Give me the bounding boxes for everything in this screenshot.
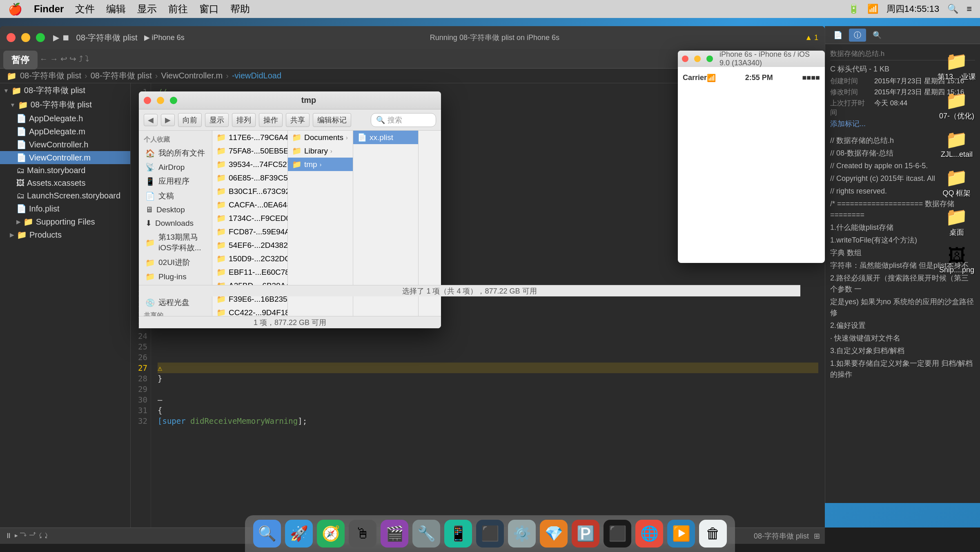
sidebar-item-assets[interactable]: 🖼 Assets.xcassets — [0, 177, 130, 189]
dock-sketch[interactable]: 💎 — [540, 520, 568, 548]
app-menu-finder[interactable]: Finder — [34, 3, 64, 15]
finder-file-6[interactable]: 📁CACFA-...0EA648F35› — [212, 198, 287, 211]
sidebar-item-main-storyboard[interactable]: 🗂 Main.storyboard — [0, 164, 130, 177]
finder-nav-plugins[interactable]: 📁Plug-ins — [140, 270, 210, 283]
menu-view[interactable]: 显示 — [137, 2, 157, 16]
dock-trash[interactable]: 🗑 — [699, 520, 727, 548]
finder-library[interactable]: 📁Library› — [288, 144, 353, 158]
desktop-folder-4[interactable]: 📁 QQ 框架 — [942, 167, 971, 198]
dock-iphone[interactable]: 📱 — [444, 520, 472, 548]
apple-menu-icon[interactable]: 🍎 — [8, 2, 22, 16]
finder-file-10[interactable]: 📁150D9-...2C32DC1C› — [212, 252, 287, 265]
dock-terminal-1[interactable]: ⬛ — [476, 520, 504, 548]
menu-help[interactable]: 帮助 — [230, 2, 250, 16]
sidebar-item-supporting[interactable]: ▶ 📁 Supporting Files — [0, 215, 130, 228]
dock-media[interactable]: 🎬 — [381, 520, 408, 548]
search-icon[interactable]: 🔍 — [947, 4, 958, 14]
maximize-button[interactable] — [36, 33, 45, 42]
minimize-button[interactable] — [21, 33, 30, 42]
sidebar-item-infoplist[interactable]: 📄 Info.plist — [0, 202, 130, 215]
breadcrumb-part2[interactable]: 08-字符串做 plist — [91, 70, 152, 81]
sim-maximize[interactable] — [706, 56, 713, 62]
layout-toggle[interactable]: ⊞ — [814, 532, 820, 541]
menu-window[interactable]: 窗口 — [199, 2, 219, 16]
notification-icon[interactable]: ≡ — [967, 4, 972, 14]
desktop-file-snip[interactable]: 🖼 Snip....png — [939, 245, 974, 274]
finder-nav-all-files[interactable]: 🏠我的所有文件 — [140, 146, 210, 160]
dock-more[interactable]: ▶️ — [667, 520, 695, 548]
sidebar-item-project[interactable]: ▼ 📁 08-字符串做 plist — [0, 83, 130, 98]
finder-xxplist[interactable]: 📄xx.plist — [353, 131, 418, 144]
toolbar-tag-btn[interactable]: 编辑标记 — [313, 113, 351, 127]
dock-finder[interactable]: 🔍 — [253, 520, 281, 548]
dock-terminal-2[interactable]: ⬛ — [604, 520, 631, 548]
finder-minimize-button[interactable] — [157, 97, 164, 104]
finder-nav-airdrop[interactable]: 📡AirDrop — [140, 160, 210, 174]
finder-file-8[interactable]: 📁FCD87-...59E94AE1B› — [212, 225, 287, 238]
menu-edit[interactable]: 编辑 — [106, 2, 126, 16]
dock-browser[interactable]: 🌐 — [635, 520, 663, 548]
finder-tmp[interactable]: 📁tmp› — [288, 158, 353, 171]
menu-go[interactable]: 前往 — [168, 2, 188, 16]
dock-launchpad[interactable]: 🚀 — [285, 520, 313, 548]
finder-file-9[interactable]: 📁54EF6-...2D4382536› — [212, 238, 287, 252]
finder-documents[interactable]: 📁Documents› — [288, 131, 353, 144]
tab-file-inspector[interactable]: 📄 — [829, 29, 847, 41]
finder-nav-docs[interactable]: 📄文稿 — [140, 189, 210, 203]
search-icon: 🔍 — [376, 116, 385, 125]
finder-file-2[interactable]: 📁75FA8-...50EB5E6BA› — [212, 144, 287, 158]
xcode-run-stop[interactable]: ▶ ⏹ — [53, 33, 70, 42]
menu-file[interactable]: 文件 — [75, 2, 95, 16]
finder-nav-desktop[interactable]: 🖥Desktop — [140, 203, 210, 216]
sidebar-item-products[interactable]: ▶ 📁 Products — [0, 228, 130, 241]
finder-nav-remote[interactable]: 💿远程光盘 — [140, 295, 210, 310]
sidebar-item-launch[interactable]: 🗂 LaunchScreen.storyboard — [0, 189, 130, 202]
close-button[interactable] — [7, 33, 16, 42]
forward-button[interactable]: ▶ — [161, 114, 175, 126]
breadcrumb-part3[interactable]: ViewController.m — [161, 71, 223, 80]
finder-file-7[interactable]: 📁1734C-...F9CED0D5› — [212, 211, 287, 225]
finder-file-1[interactable]: 📁117E6-...79C6A474C› — [212, 131, 287, 144]
toolbar-share-btn[interactable]: 共享 — [286, 113, 310, 127]
finder-search-box[interactable]: 🔍 搜索 — [371, 113, 436, 127]
finder-file-3[interactable]: 📁39534-...74FC527A› — [212, 158, 287, 171]
dock-tools[interactable]: 🔧 — [412, 520, 440, 548]
sidebar-item-appdelegate-h[interactable]: 📄 AppDelegate.h — [0, 112, 130, 125]
dock-settings[interactable]: ⚙️ — [508, 520, 536, 548]
toolbar-action-btn[interactable]: 操作 — [259, 113, 283, 127]
tab-quick-help[interactable]: ⓘ — [849, 29, 866, 42]
desktop-folder-5[interactable]: 📁 桌面 — [945, 206, 968, 237]
finder-file-11[interactable]: 📁EBF11-...E60C78976› — [212, 265, 287, 279]
finder-nav-ui[interactable]: 📁02UI进阶 — [140, 255, 210, 270]
desktop-folder-3[interactable]: 📁 ZJL...etail — [941, 129, 973, 159]
sidebar-item-viewcontroller-m[interactable]: 📄 ViewController.m — [0, 151, 130, 164]
finder-maximize-button[interactable] — [170, 97, 177, 104]
favorites-label: 个人收藏 — [139, 134, 212, 146]
toolbar-view-btn[interactable]: 向前 — [178, 113, 202, 127]
finder-file-5[interactable]: 📁B30C1F...673C92605› — [212, 185, 287, 198]
desktop-folder-2[interactable]: 📁 07-（优化) — [939, 90, 974, 121]
sim-minimize[interactable] — [694, 56, 701, 62]
toolbar-arrange-btn[interactable]: 排列 — [232, 113, 256, 127]
finder-nav-apps[interactable]: 📱应用程序 — [140, 174, 210, 189]
finder-nav-downloads[interactable]: ⬇Downloads — [140, 216, 210, 230]
sidebar-item-appdelegate-m[interactable]: 📄 AppDelegate.m — [0, 125, 130, 138]
breadcrumb-part1[interactable]: 08-字符串做 plist — [20, 70, 81, 81]
finder-close-button[interactable] — [144, 97, 151, 104]
debugger-controls[interactable]: ⏸ ▶ ⤵ ⤴ ⤹ ⤸ — [5, 532, 48, 540]
sidebar-item-subfolder[interactable]: ▼ 📁 08-字符串做 plist — [0, 98, 130, 112]
finder-nav-folder1[interactable]: 📁第13期黑马iOS学科故... — [140, 230, 210, 255]
finder-toolbar: ◀ ▶ 向前 显示 排列 操作 共享 编辑标记 🔍 搜索 — [139, 109, 441, 131]
breadcrumb-part4[interactable]: -viewDidLoad — [232, 71, 281, 80]
desktop-folder-1[interactable]: 📁 第13...·业课 — [938, 51, 976, 82]
dock-safari[interactable]: 🧭 — [317, 520, 345, 548]
sim-close[interactable] — [682, 56, 688, 62]
dock-toolbox[interactable]: 🅿️ — [572, 520, 599, 548]
tab-search[interactable]: 🔍 — [868, 29, 886, 41]
dock-mouse[interactable]: 🖱 — [349, 520, 376, 548]
finder-file-4[interactable]: 📁06E85-...8F39C5355› — [212, 171, 287, 185]
back-button[interactable]: ◀ — [144, 114, 158, 126]
toolbar-display-btn[interactable]: 显示 — [205, 113, 229, 127]
sidebar-item-viewcontroller-h[interactable]: 📄 ViewController.h — [0, 138, 130, 151]
pause-button[interactable]: 暂停 — [3, 51, 38, 69]
